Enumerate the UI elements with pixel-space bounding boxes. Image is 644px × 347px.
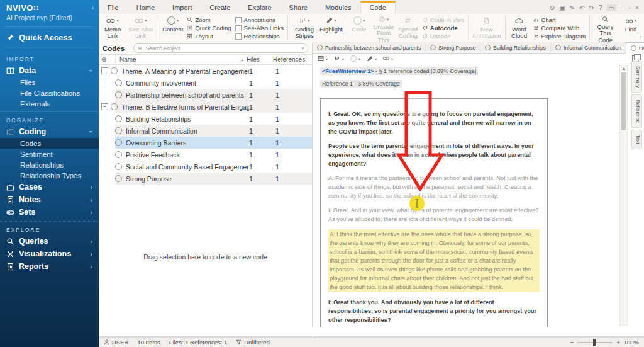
chevron-down-icon[interactable]: ▾: [301, 46, 304, 51]
side-tab-reference[interactable]: Reference: [631, 94, 642, 128]
sidebar-subitem-relationships[interactable]: Relationships: [0, 159, 99, 170]
zoom-slider-thumb[interactable]: [593, 339, 596, 346]
zoom-out-button[interactable]: −: [570, 339, 574, 346]
collapse-node-icon[interactable]: −: [101, 103, 108, 110]
ribbon-tab-explore[interactable]: Explore: [239, 2, 280, 14]
side-tab-summary[interactable]: Summary: [631, 61, 642, 93]
ribbon-tab-home[interactable]: Home: [128, 2, 164, 14]
see-also-link-button[interactable]: ▾ See-Also Link: [125, 14, 156, 42]
chevron-right-icon[interactable]: ›: [90, 208, 92, 216]
sidebar-subitem-file-classifications[interactable]: File Classifications: [0, 88, 99, 98]
file-reference-link[interactable]: <Files\\Interview 1>: [322, 68, 374, 74]
code-row[interactable]: −Theme. B Effective forms of Parental En…: [99, 101, 312, 113]
sidebar-item-quick-access[interactable]: Quick Access: [0, 28, 99, 47]
code-row[interactable]: Social and Community-Based Engagement11: [99, 161, 312, 173]
sidebar-item-cases[interactable]: Cases›: [0, 181, 99, 193]
sidebar-subitem-externals[interactable]: Externals: [0, 98, 99, 109]
add-code-button[interactable]: ⊕: [101, 56, 116, 63]
collapse-ribbon-icon[interactable]: ˆ: [640, 35, 641, 42]
ribbon-tab-code[interactable]: Code: [360, 1, 396, 14]
new-annotation-button[interactable]: New Annotation: [470, 14, 503, 42]
ribbon-tab-share[interactable]: Share: [280, 2, 316, 14]
uncode-button[interactable]: Uncode: [422, 33, 464, 40]
chevron-right-icon[interactable]: ›: [90, 250, 92, 258]
chevron-right-icon[interactable]: ›: [90, 196, 92, 203]
doc-tab-partnership-between-school-and-parents[interactable]: Partnership between school and parents: [313, 42, 426, 53]
doc-tab-informal-communication[interactable]: Informal Communication: [551, 42, 626, 53]
user-status[interactable]: USER: [104, 339, 128, 346]
word-cloud-button[interactable]: Word Cloud: [508, 14, 531, 42]
autocode-button[interactable]: Autocode: [422, 25, 464, 31]
sync-icon[interactable]: ⊙: [550, 4, 555, 11]
sidebar-item-coding[interactable]: Coding›: [0, 125, 99, 138]
doc-tab-overcoming-barriers[interactable]: Overcoming Barriers✕: [626, 42, 644, 54]
layout-button[interactable]: Layout: [187, 33, 231, 40]
zoom-slider[interactable]: [577, 342, 613, 343]
doc-tab-strong-purpose[interactable]: Strong Purpose: [426, 42, 480, 53]
column-files[interactable]: Files: [247, 56, 273, 63]
code-row[interactable]: Strong Purpose11: [99, 173, 312, 185]
sidebar-item-sets[interactable]: Sets›: [0, 206, 99, 219]
sidebar-subitem-sentiment[interactable]: Sentiment: [0, 149, 99, 159]
search-input[interactable]: Search Project ▾: [133, 43, 308, 53]
sidebar-subitem-files[interactable]: Files: [0, 77, 99, 88]
feedback-icon[interactable]: ▭: [606, 4, 616, 11]
highlight-button[interactable]: ▾: [367, 55, 377, 62]
code-row[interactable]: Positive Feedback11: [99, 149, 312, 161]
code-row[interactable]: Informal Communication11: [99, 125, 312, 137]
sidebar-item-visualizations[interactable]: Visualizations›: [0, 247, 99, 260]
explore-diagram-button[interactable]: Explore Diagram: [533, 33, 586, 40]
vertical-scrollbar[interactable]: ▲: [619, 65, 628, 326]
content-button[interactable]: ▾ Content: [160, 14, 185, 42]
code-circle-button[interactable]: ▾: [350, 55, 360, 62]
filter-status[interactable]: Unfiltered: [236, 339, 270, 346]
annotations-checkbox[interactable]: Annotations: [235, 16, 284, 23]
code-in-vivo-button[interactable]: Code In Vivo: [422, 16, 464, 23]
coding-stripes-button[interactable]: ▾ Coding Stripes: [290, 14, 319, 42]
code-row[interactable]: −Theme. A Meaning of Parental Engangemen…: [99, 65, 312, 77]
column-name[interactable]: Name▲: [119, 56, 247, 63]
spread-coding-button[interactable]: Spread Coding: [396, 14, 420, 42]
sidebar-item-data[interactable]: Data›: [0, 64, 99, 77]
chart-button[interactable]: Chart: [533, 16, 586, 23]
column-references[interactable]: References: [273, 56, 309, 63]
compare-with-button[interactable]: Compare With: [533, 25, 586, 31]
minimize-button[interactable]: −: [621, 4, 625, 11]
code-row[interactable]: Overcoming Barriers11: [99, 137, 312, 149]
ribbon-tab-file[interactable]: File: [99, 2, 128, 14]
sidebar-subitem-codes[interactable]: Codes: [0, 138, 99, 149]
doc-tab-building-relationships[interactable]: Building Relationships: [480, 42, 551, 53]
edit-icon[interactable]: ✎: [570, 4, 575, 11]
see-also-links-checkbox[interactable]: See-Also Links: [235, 25, 284, 31]
chevron-right-icon[interactable]: ›: [90, 237, 92, 245]
scroll-up-icon[interactable]: ▲: [620, 65, 627, 71]
memo-link-button[interactable]: ▾ Memo Link: [100, 14, 125, 42]
see-also-link-button[interactable]: ▾: [383, 55, 393, 62]
close-button[interactable]: ×: [635, 4, 639, 11]
chevron-right-icon[interactable]: ›: [90, 263, 92, 270]
code-row[interactable]: Community involvement11: [99, 77, 312, 89]
query-this-code-button[interactable]: Query This Code: [592, 14, 619, 42]
code-row[interactable]: Building Relationships11: [99, 113, 312, 125]
zoom-button[interactable]: Zoom: [187, 16, 231, 23]
sidebar-subitem-relationship-types[interactable]: Relationship Types: [0, 170, 99, 181]
scrollbar-thumb[interactable]: [621, 72, 626, 130]
sidebar-collapse-icon[interactable]: ‹: [92, 4, 94, 11]
code-button[interactable]: ▾ Code: [347, 14, 371, 42]
collapse-node-icon[interactable]: −: [101, 67, 108, 74]
chevron-right-icon[interactable]: ›: [90, 183, 92, 191]
sidebar-item-reports[interactable]: Reports›: [0, 260, 99, 273]
redo-icon[interactable]: ↷: [589, 4, 594, 11]
chevron-down-icon[interactable]: ›: [90, 128, 92, 135]
ribbon-tab-import[interactable]: Import: [164, 2, 201, 14]
zoom-in-button[interactable]: +: [616, 339, 620, 346]
sidebar-item-notes[interactable]: Notes›: [0, 193, 99, 206]
uncode-from-this-code-button[interactable]: ▾ Uncode From This Code: [371, 14, 396, 42]
help-icon[interactable]: ?: [599, 4, 602, 11]
highlight-button[interactable]: ▾ Highlight: [319, 14, 343, 42]
coding-stripes-button[interactable]: ▾: [334, 55, 344, 62]
ribbon-tab-create[interactable]: Create: [201, 2, 239, 14]
quick-coding-button[interactable]: Quick Coding: [187, 25, 231, 31]
document-text-box[interactable]: I: Great. OK, so my questions are going …: [320, 98, 548, 327]
view-layout-button[interactable]: ▾: [318, 55, 328, 62]
